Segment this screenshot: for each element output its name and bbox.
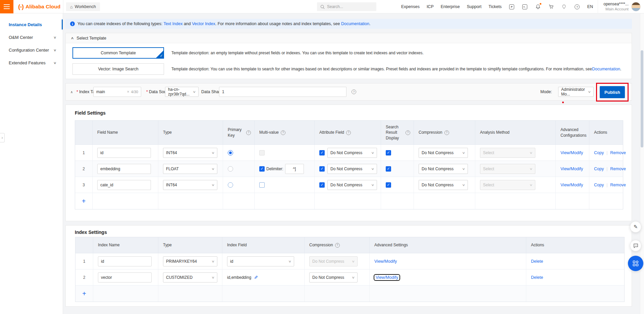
chat-support-button[interactable]	[630, 240, 641, 251]
view-modify-link-focused[interactable]: View/Modify	[374, 275, 399, 280]
hamburger-menu-icon[interactable]	[0, 0, 13, 13]
multi-value-checkbox[interactable]	[259, 150, 265, 155]
mobile-app-icon[interactable]: P	[509, 4, 515, 10]
cart-icon[interactable]	[548, 4, 554, 10]
nav-expenses[interactable]: Expenses	[401, 4, 420, 9]
field-name-input[interactable]: cate_id	[97, 180, 151, 190]
mode-select[interactable]: Administrator Mo... ∨	[558, 87, 594, 97]
remove-link[interactable]: Remove	[610, 150, 626, 155]
data-shards-input[interactable]: 1	[219, 87, 346, 97]
edit-pencil-icon[interactable]: ✎	[254, 275, 258, 280]
avatar[interactable]	[631, 2, 641, 11]
quick-tools-button[interactable]	[628, 256, 643, 271]
index-type-select[interactable]: CUSTOMIZED∨	[163, 272, 217, 282]
help-icon[interactable]: ?	[281, 130, 285, 135]
attribute-field-checkbox[interactable]: ✓	[319, 150, 325, 155]
data-source-select[interactable]: ha-cn-zpr38r7qd... ∨	[165, 87, 199, 97]
language-selector[interactable]: EN	[587, 4, 593, 9]
nav-tickets[interactable]: Tickets	[489, 4, 502, 9]
delete-link[interactable]: Delete	[531, 275, 543, 280]
primary-key-radio[interactable]	[228, 150, 233, 155]
compression-select[interactable]: Do Not Compress∨	[419, 180, 468, 190]
view-modify-link[interactable]: View/Modify	[560, 150, 583, 155]
index-compression-select[interactable]: Do Not Compress∨	[309, 272, 358, 282]
help-icon[interactable]: ?	[352, 89, 356, 94]
delimiter-input[interactable]: ^]	[285, 164, 304, 174]
feedback-pencil-button[interactable]: ✎	[630, 221, 641, 233]
help-icon[interactable]: ?	[406, 130, 410, 135]
collapse-icon[interactable]: ∧	[70, 90, 73, 94]
remove-link[interactable]: Remove	[610, 183, 626, 187]
index-field-select[interactable]: id∨	[227, 256, 294, 266]
vector-index-link[interactable]: Vector Index	[192, 21, 215, 26]
lightbulb-icon[interactable]	[561, 4, 567, 10]
compression-select[interactable]: Do Not Compress∨	[419, 164, 468, 174]
copy-link[interactable]: Copy	[594, 150, 604, 155]
index-type-select[interactable]: PRIMARYKEY64∨	[163, 256, 217, 266]
field-add-row: +	[75, 193, 623, 209]
documentation-link[interactable]: Documentation	[592, 67, 620, 71]
help-icon[interactable]: ?	[444, 130, 449, 135]
field-type-select[interactable]: FLOAT∨	[163, 164, 217, 174]
help-circle-icon[interactable]: ?	[574, 4, 580, 10]
attribute-compression-select[interactable]: Do Not Compress∨	[327, 180, 377, 190]
clear-icon[interactable]: ×	[127, 89, 129, 94]
index-table-input[interactable]: main × 4/30	[93, 87, 141, 97]
nav-icp[interactable]: ICP	[427, 4, 434, 9]
index-row-vector: 2 vector CUSTOMIZED∨ id,embedding✎ Do No…	[75, 269, 624, 286]
add-index-button[interactable]: +	[82, 290, 86, 297]
multi-value-checkbox[interactable]	[259, 182, 265, 188]
index-name-input[interactable]: id	[98, 256, 152, 266]
template-card-common[interactable]: Common Template ✓	[72, 47, 164, 59]
nav-enterprise[interactable]: Enterprise	[441, 4, 460, 9]
help-icon[interactable]: ?	[335, 243, 340, 248]
sidebar-item-extended-features[interactable]: Extended Features ∨	[0, 56, 63, 69]
field-name-input[interactable]: id	[97, 148, 151, 158]
index-name-input[interactable]: vector	[98, 272, 152, 282]
account-menu[interactable]: opensea****... Main Account	[598, 0, 641, 13]
nav-support[interactable]: Support	[467, 4, 482, 9]
field-name-input[interactable]: embedding	[97, 164, 151, 174]
help-icon[interactable]: ?	[346, 130, 351, 135]
chevron-down-icon: ∨	[588, 90, 591, 93]
alibaba-cloud-logo[interactable]: (-) Alibaba Cloud	[18, 0, 60, 13]
add-field-button[interactable]: +	[82, 198, 86, 204]
search-result-display-checkbox[interactable]: ✓	[386, 150, 391, 155]
remove-link[interactable]: Remove	[610, 167, 626, 171]
primary-key-radio[interactable]	[228, 182, 233, 188]
field-type-select[interactable]: INT64∨	[163, 180, 217, 190]
publish-button[interactable]: Publish	[600, 86, 625, 98]
sidebar-item-configuration-center[interactable]: Configuration Center ∨	[0, 44, 63, 56]
copy-link[interactable]: Copy	[594, 167, 604, 171]
template-card-vector-image-search[interactable]: Vector: Image Search	[72, 63, 164, 75]
workbench-button[interactable]: ⌂ Workbench	[66, 2, 100, 11]
view-modify-link[interactable]: View/Modify	[374, 259, 397, 264]
chevron-down-icon: ∨	[53, 36, 57, 39]
notifications-bell-icon[interactable]	[535, 4, 541, 10]
compression-select[interactable]: Do Not Compress∨	[419, 148, 468, 158]
sidebar-item-om-center[interactable]: O&M Center ∨	[0, 31, 63, 44]
scrollbar-thumb[interactable]	[641, 50, 643, 147]
primary-key-radio[interactable]	[228, 166, 233, 172]
field-type-select[interactable]: INT64∨	[163, 148, 217, 158]
attribute-compression-select[interactable]: Do Not Compress∨	[327, 164, 377, 174]
view-modify-link[interactable]: View/Modify	[560, 183, 583, 187]
search-input[interactable]: Search...	[317, 2, 376, 11]
help-icon[interactable]: ?	[246, 130, 251, 135]
terminal-icon[interactable]: >_	[522, 4, 528, 10]
attribute-field-checkbox[interactable]: ✓	[319, 182, 325, 188]
copy-link[interactable]: Copy	[594, 183, 604, 187]
sidebar-item-instance-details[interactable]: Instance Details	[0, 18, 63, 31]
attribute-compression-select[interactable]: Do Not Compress∨	[327, 148, 377, 158]
search-result-display-checkbox[interactable]: ✓	[386, 182, 391, 188]
sidebar-collapse-handle[interactable]: ›	[0, 133, 5, 142]
documentation-link[interactable]: Documentation	[341, 21, 369, 26]
delete-link[interactable]: Delete	[531, 259, 543, 264]
search-result-display-checkbox[interactable]: ✓	[386, 166, 391, 172]
multi-value-checkbox[interactable]: ✓	[259, 166, 265, 172]
text-index-link[interactable]: Text Index	[163, 21, 182, 26]
attribute-field-checkbox[interactable]: ✓	[319, 166, 325, 172]
view-modify-link[interactable]: View/Modify	[560, 167, 583, 171]
select-template-header[interactable]: ∧ Select Template	[66, 33, 632, 43]
mode-label: Mode:	[540, 89, 552, 94]
